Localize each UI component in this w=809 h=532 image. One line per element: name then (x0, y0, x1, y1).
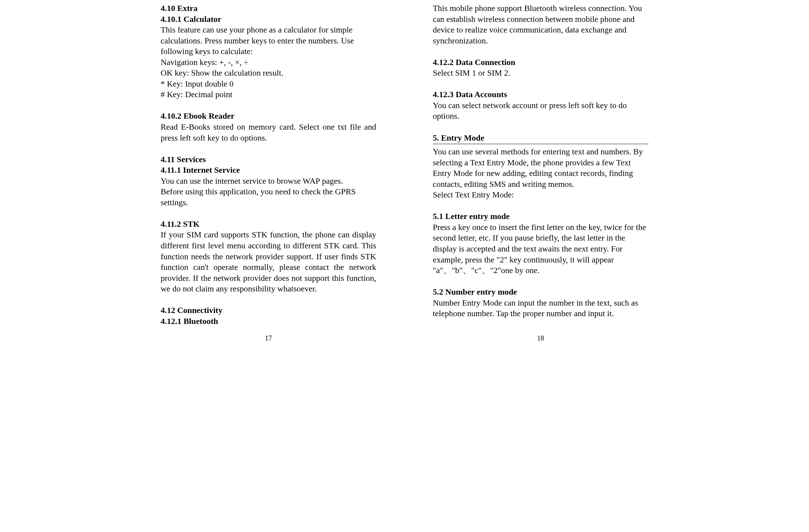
para-number-mode: Number Entry Mode can input the number i… (433, 297, 649, 319)
page-right-body: This mobile phone support Bluetooth wire… (433, 3, 649, 326)
heading-5-1: 5.1 Letter entry mode (433, 211, 649, 222)
heading-4-11-1: 4.11.1 Internet Service (161, 165, 376, 176)
blank-line (161, 143, 376, 154)
para-data-connection: Select SIM 1 or SIM 2. (433, 67, 649, 78)
para-star-key: * Key: Input double 0 (161, 78, 376, 89)
heading-4-12: 4.12 Connectivity (161, 305, 376, 316)
heading-4-12-1: 4.12.1 Bluetooth (161, 316, 376, 327)
page-number-right: 18 (433, 333, 649, 343)
para-bluetooth: This mobile phone support Bluetooth wire… (433, 3, 649, 46)
para-hash-key: # Key: Decimal point (161, 89, 376, 100)
page-right: This mobile phone support Bluetooth wire… (433, 3, 649, 343)
para-stk: If your SIM card supports STK function, … (161, 229, 376, 294)
blank-line (161, 208, 376, 219)
para-entry-1: You can use several methods for entering… (433, 146, 649, 189)
blank-line (433, 122, 649, 132)
para-entry-2: Select Text Entry Mode: (433, 189, 649, 200)
heading-5: 5. Entry Mode (433, 132, 649, 143)
para-ok-key: OK key: Show the calculation result. (161, 67, 376, 78)
blank-line (161, 294, 376, 305)
blank-line (433, 200, 649, 211)
page-left: 4.10 Extra 4.10.1 Calculator This featur… (161, 3, 376, 343)
section-divider (433, 144, 649, 144)
blank-line (433, 78, 649, 89)
heading-4-12-2: 4.12.2 Data Connection (433, 57, 649, 68)
para-calculator-desc: This feature can use your phone as a cal… (161, 24, 376, 57)
heading-4-12-3: 4.12.3 Data Accounts (433, 89, 649, 100)
page-spread: 4.10 Extra 4.10.1 Calculator This featur… (161, 3, 649, 343)
blank-line (433, 276, 649, 287)
heading-4-11: 4.11 Services (161, 154, 376, 165)
para-ebook: Read E-Books stored on memory card. Sele… (161, 122, 376, 143)
page-left-body: 4.10 Extra 4.10.1 Calculator This featur… (161, 3, 376, 326)
heading-4-10: 4.10 Extra (161, 3, 376, 14)
blank-line (161, 100, 376, 111)
para-data-accounts: You can select network account or press … (433, 100, 649, 122)
heading-4-11-2: 4.11.2 STK (161, 219, 376, 230)
para-letter-mode: Press a key once to insert the first let… (433, 222, 649, 276)
heading-4-10-2: 4.10.2 Ebook Reader (161, 111, 376, 122)
heading-5-2: 5.2 Number entry mode (433, 286, 649, 297)
page-number-left: 17 (161, 333, 376, 343)
para-internet-1: You can use the internet service to brow… (161, 176, 376, 187)
blank-line (433, 46, 649, 57)
para-nav-keys: Navigation keys: +, -, ×, ÷ (161, 57, 376, 68)
para-internet-2: Before using this application, you need … (161, 186, 376, 208)
heading-4-10-1: 4.10.1 Calculator (161, 14, 376, 25)
